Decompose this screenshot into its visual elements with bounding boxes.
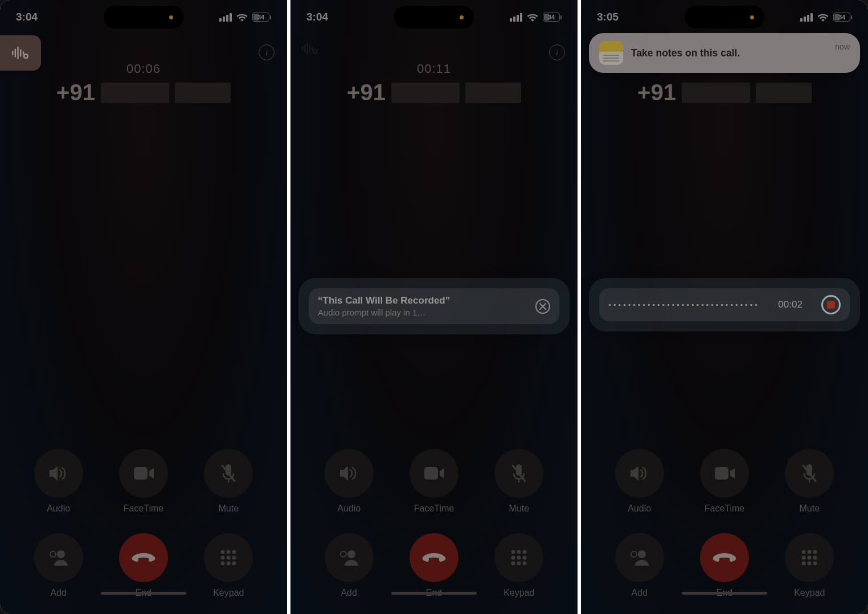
end-call-icon	[421, 552, 447, 563]
svg-rect-24	[302, 47, 303, 51]
speaker-icon	[47, 464, 70, 483]
facetime-label: FaceTime	[414, 504, 455, 514]
keypad-button[interactable]: Keypad	[204, 533, 253, 598]
call-timer: 00:11	[290, 62, 578, 76]
three-screenshot-row: 3:04 34 i	[0, 0, 868, 614]
audio-button[interactable]: Audio	[615, 449, 664, 514]
svg-rect-27	[309, 45, 310, 52]
status-time: 3:04	[306, 11, 328, 23]
svg-point-35	[347, 550, 355, 558]
add-label: Add	[341, 588, 357, 598]
wifi-icon	[527, 13, 538, 22]
call-header: 00:11 +91	[290, 62, 578, 105]
keypad-label: Keypad	[503, 588, 534, 598]
keypad-label: Keypad	[213, 588, 244, 598]
svg-point-15	[221, 550, 225, 554]
svg-point-58	[813, 550, 817, 554]
audio-label: Audio	[47, 504, 70, 514]
svg-point-43	[517, 556, 521, 560]
recording-status-card: ······························· 00:02	[589, 278, 860, 331]
svg-rect-3	[20, 49, 21, 56]
close-icon	[539, 303, 546, 310]
recording-prompt-subtitle: Audio prompt will play in 1…	[318, 308, 450, 317]
add-button[interactable]: Add	[615, 533, 664, 598]
redacted-number-part	[756, 83, 812, 103]
keypad-button[interactable]: Keypad	[494, 533, 543, 598]
battery-level: 34	[833, 13, 850, 22]
audio-label: Audio	[337, 504, 361, 514]
svg-point-22	[227, 562, 231, 566]
facetime-button[interactable]: FaceTime	[119, 449, 168, 514]
add-label: Add	[50, 588, 66, 598]
end-call-button[interactable]: End	[410, 533, 458, 598]
home-indicator[interactable]	[101, 592, 186, 595]
info-icon[interactable]: i	[259, 44, 275, 60]
end-call-button[interactable]: End	[119, 533, 168, 598]
recording-time: 00:02	[778, 299, 803, 310]
call-header: 00:06 +91	[0, 62, 287, 105]
recording-indicator-dot	[460, 15, 464, 19]
home-indicator[interactable]	[391, 592, 477, 595]
facetime-label: FaceTime	[124, 504, 164, 514]
end-call-icon	[712, 552, 737, 563]
dynamic-island	[104, 6, 183, 28]
country-code: +91	[347, 80, 386, 105]
mute-button[interactable]: Mute	[204, 449, 253, 514]
status-time: 3:05	[597, 11, 619, 23]
svg-point-18	[221, 556, 225, 560]
add-person-icon	[48, 548, 69, 567]
home-indicator[interactable]	[682, 592, 767, 595]
keypad-button[interactable]: Keypad	[785, 533, 834, 598]
end-call-icon	[131, 552, 156, 563]
audio-button[interactable]: Audio	[34, 449, 83, 514]
svg-rect-2	[17, 47, 18, 60]
end-call-button[interactable]: End	[700, 533, 749, 598]
recording-prompt-title: “This Call Will Be Recorded”	[318, 295, 450, 306]
svg-point-11	[57, 550, 65, 558]
waveform-icon-faded	[302, 42, 318, 57]
call-controls: Audio FaceTime Mute Add End	[290, 449, 578, 598]
add-label: Add	[631, 588, 647, 598]
svg-point-21	[221, 562, 225, 566]
cancel-recording-button[interactable]	[535, 299, 550, 314]
dynamic-island	[685, 6, 764, 28]
recording-indicator-dot	[750, 15, 754, 19]
svg-point-44	[523, 556, 527, 560]
svg-point-39	[511, 550, 515, 554]
facetime-button[interactable]: FaceTime	[410, 449, 458, 514]
info-icon[interactable]: i	[549, 44, 565, 60]
recording-prompt-texts: “This Call Will Be Recorded” Audio promp…	[318, 295, 450, 317]
svg-rect-1	[15, 49, 16, 58]
svg-point-30	[314, 50, 316, 52]
stop-recording-button[interactable]	[821, 295, 841, 314]
keypad-icon	[510, 548, 528, 567]
svg-point-45	[511, 562, 515, 566]
country-code: +91	[56, 80, 95, 105]
caller-number-row: +91	[290, 80, 578, 105]
audio-label: Audio	[628, 504, 651, 514]
call-controls: Audio FaceTime Mute Add End	[581, 449, 868, 598]
svg-rect-25	[304, 44, 305, 52]
svg-point-23	[232, 562, 236, 566]
status-right-group: 34	[510, 13, 562, 22]
svg-point-60	[808, 556, 812, 560]
svg-point-59	[802, 556, 806, 560]
mute-button[interactable]: Mute	[494, 449, 543, 514]
add-button[interactable]: Add	[34, 533, 83, 598]
svg-point-64	[813, 562, 817, 566]
add-person-icon	[629, 548, 650, 567]
add-button[interactable]: Add	[325, 533, 374, 598]
notes-app-icon	[599, 41, 623, 65]
status-bar: 3:05 34	[581, 0, 868, 27]
keypad-label: Keypad	[794, 588, 825, 598]
mute-button[interactable]: Mute	[785, 449, 834, 514]
battery-level: 34	[252, 13, 269, 22]
svg-point-62	[802, 562, 806, 566]
mute-label: Mute	[509, 504, 530, 514]
cellular-signal-icon	[510, 13, 522, 22]
phone-screen-2: 3:04 34 i 00:11 +91	[290, 0, 578, 614]
notes-notification-banner[interactable]: Take notes on this call. now	[589, 33, 860, 73]
audio-button[interactable]: Audio	[325, 449, 374, 514]
facetime-button[interactable]: FaceTime	[700, 449, 749, 514]
svg-point-56	[802, 550, 806, 554]
